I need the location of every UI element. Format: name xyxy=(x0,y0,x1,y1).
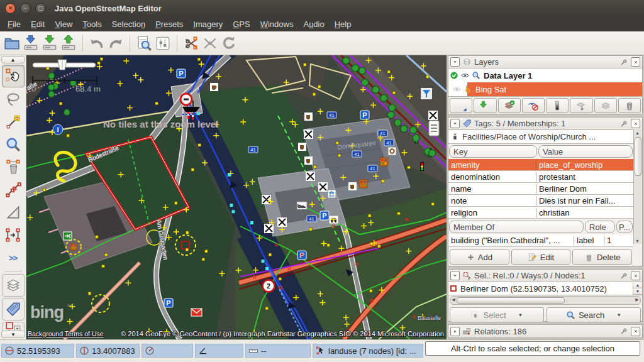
collapse-icon[interactable] xyxy=(450,57,460,67)
layer-row-bing[interactable]: Bing Sat xyxy=(448,82,642,96)
pin-icon[interactable] xyxy=(619,119,628,128)
scroll-right-icon[interactable]: ▶ xyxy=(634,297,640,303)
pin-icon[interactable] xyxy=(619,327,628,336)
toolbar-scroll-down-button[interactable]: ▼ xyxy=(1,331,25,338)
menu-windows[interactable]: Windows xyxy=(255,18,299,31)
toolbar-scroll-up-button[interactable]: ▲ xyxy=(1,56,25,63)
tags-dialog-button[interactable] xyxy=(2,298,25,321)
search-objects-button[interactable] xyxy=(135,34,153,53)
preferences-button[interactable] xyxy=(153,34,172,53)
more-tools-button[interactable]: >> xyxy=(3,247,24,268)
selection-hscrollbar[interactable]: ◀ ▶ xyxy=(450,296,641,305)
pin-icon[interactable] xyxy=(619,272,628,280)
expand-icon[interactable] xyxy=(450,327,460,336)
svg-text:i: i xyxy=(57,126,58,133)
scrollbar-thumb[interactable] xyxy=(457,297,565,304)
selection-item[interactable]: Berliner Dom (52.5190735, 13.4010752) xyxy=(448,282,633,295)
menu-edit[interactable]: Edit xyxy=(26,18,50,31)
parallel-way-tool[interactable] xyxy=(3,224,24,246)
menu-selection[interactable]: Selection xyxy=(107,18,150,31)
chevrons-icon: >> xyxy=(9,253,17,263)
layer-duplicate-button[interactable] xyxy=(594,98,617,113)
trash-icon xyxy=(584,253,594,262)
active-check-icon[interactable] xyxy=(450,71,458,80)
titlebar[interactable]: ✕ − ▢ Java OpenStreetMap Editor xyxy=(0,0,644,16)
combine-way-button[interactable] xyxy=(201,34,219,53)
search-button[interactable]: Search ▼ xyxy=(547,307,641,322)
split-tool[interactable] xyxy=(3,179,24,200)
key-column-header[interactable]: Key xyxy=(449,145,537,158)
redo-button[interactable] xyxy=(106,34,125,53)
tag-row[interactable]: denominationprotestant xyxy=(448,171,633,183)
select-move-tool[interactable] xyxy=(2,65,25,87)
terms-of-use-link[interactable]: Background Terms of Use xyxy=(28,330,104,337)
membership-row[interactable]: building ("Berlin Cathedral", ... label … xyxy=(448,234,633,247)
minimize-window-button[interactable]: − xyxy=(20,3,31,14)
open-file-button[interactable] xyxy=(3,34,21,53)
layer-opacity-button[interactable] xyxy=(546,98,569,113)
menu-gps[interactable]: GPS xyxy=(228,18,255,31)
pin-icon[interactable] xyxy=(619,58,628,67)
undo-button[interactable] xyxy=(87,34,106,53)
role-column-header[interactable]: Role xyxy=(585,221,615,233)
scroll-up-icon[interactable]: ▲ xyxy=(634,129,641,136)
close-icon[interactable] xyxy=(631,271,640,280)
close-icon[interactable] xyxy=(631,327,640,336)
value-column-header[interactable]: Value xyxy=(538,145,633,158)
edit-tag-button[interactable]: Edit xyxy=(511,250,571,265)
scrollbar-thumb[interactable] xyxy=(635,137,641,176)
map-menu-button[interactable] xyxy=(429,121,439,136)
download-data-button[interactable] xyxy=(40,34,59,53)
delete-tool[interactable] xyxy=(3,156,24,178)
save-button[interactable] xyxy=(21,34,40,53)
maximize-window-button[interactable]: ▢ xyxy=(35,3,46,14)
layer-up-button[interactable] xyxy=(450,98,472,113)
eye-icon[interactable] xyxy=(460,71,470,80)
tag-row[interactable]: amenityplace_of_worship xyxy=(448,159,633,171)
refresh-button[interactable] xyxy=(219,34,238,53)
draw-nodes-tool[interactable] xyxy=(3,111,24,133)
set-square-tool[interactable] xyxy=(3,202,24,223)
menu-file[interactable]: File xyxy=(3,18,26,31)
layer-down-button[interactable] xyxy=(474,98,496,113)
menu-tools[interactable]: Tools xyxy=(77,18,106,31)
layers-dialog-button[interactable] xyxy=(2,274,25,297)
upload-data-button[interactable] xyxy=(59,34,78,53)
select-button[interactable]: Select ▼ xyxy=(450,307,544,322)
split-way-button[interactable] xyxy=(182,34,201,53)
preset-label: Facilities/Place of Worship/Church ... xyxy=(462,132,596,141)
zoom-tool[interactable] xyxy=(3,134,24,155)
layer-visibility-button[interactable] xyxy=(522,98,545,113)
longitude-icon xyxy=(79,346,89,356)
scroll-left-icon[interactable]: ◀ xyxy=(450,297,457,303)
menu-presets[interactable]: Presets xyxy=(150,18,188,31)
close-icon[interactable] xyxy=(631,119,640,128)
tags-scrollbar[interactable]: ▲ ▼ xyxy=(633,129,641,244)
collapse-icon[interactable] xyxy=(450,271,460,280)
layer-delete-button[interactable] xyxy=(618,98,641,113)
delete-tag-button[interactable]: Delete xyxy=(572,250,632,265)
add-tag-button[interactable]: Add xyxy=(450,250,509,265)
member-of-column-header[interactable]: Member Of xyxy=(449,221,584,233)
collapse-icon[interactable] xyxy=(450,119,460,128)
map-canvas[interactable]: P P P P P xyxy=(26,55,447,339)
preset-link[interactable]: Facilities/Place of Worship/Church ... xyxy=(448,129,633,144)
close-window-button[interactable]: ✕ xyxy=(5,3,16,14)
close-icon[interactable] xyxy=(631,57,640,67)
lasso-tool[interactable] xyxy=(3,89,24,110)
menu-audio[interactable]: Audio xyxy=(298,18,329,31)
eye-icon[interactable] xyxy=(452,85,462,94)
menu-imagery[interactable]: Imagery xyxy=(188,18,228,31)
layer-row-data[interactable]: Data Layer 1 xyxy=(448,69,642,82)
svg-text:P: P xyxy=(362,111,367,119)
menu-view[interactable]: View xyxy=(50,18,77,31)
selection-spinner[interactable]: ▲▼ xyxy=(633,282,642,295)
menu-help[interactable]: Help xyxy=(330,18,357,31)
tag-row[interactable]: noteDies ist nur ein Fall... xyxy=(448,195,633,207)
tag-row[interactable]: religionchristian xyxy=(448,207,633,219)
scroll-down-icon[interactable]: ▼ xyxy=(634,238,641,244)
position-column-header[interactable]: P... xyxy=(616,221,633,233)
layer-activate-button[interactable] xyxy=(498,98,521,113)
tag-row[interactable]: nameBerliner Dom xyxy=(448,183,633,195)
layer-merge-button[interactable] xyxy=(570,98,592,113)
